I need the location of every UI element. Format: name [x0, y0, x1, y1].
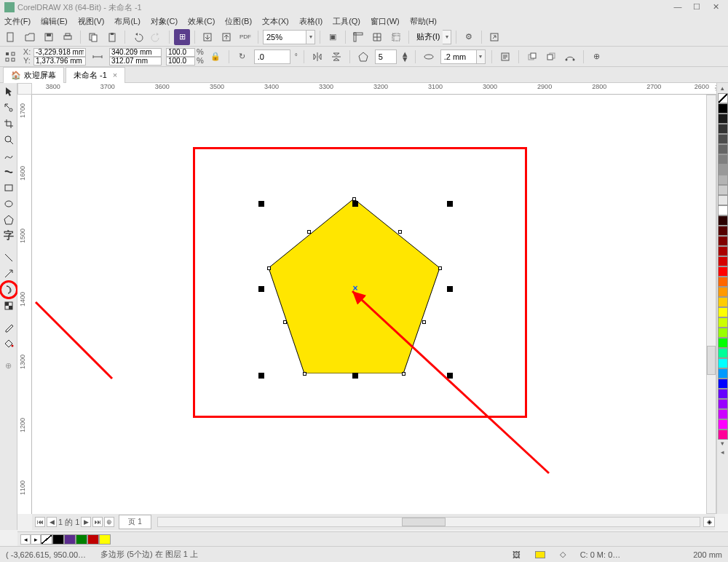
horizontal-scrollbar[interactable] [157, 517, 700, 527]
page-add[interactable]: ⊕ [104, 517, 114, 527]
drop-shadow-tool[interactable] [1, 282, 16, 297]
transparency-tool[interactable] [1, 298, 16, 313]
selection-handle-bm[interactable] [352, 373, 358, 379]
polygon-edge-node[interactable] [307, 230, 311, 234]
mirror-h-icon[interactable] [310, 50, 325, 64]
close-button[interactable]: ✕ [708, 2, 724, 12]
palette-swatch[interactable] [718, 348, 728, 358]
menu-edit[interactable]: 编辑(E) [41, 16, 68, 27]
polygon-tool[interactable] [1, 213, 16, 227]
zoom-dropdown[interactable]: ▾ [306, 30, 315, 44]
vertical-ruler[interactable]: 1700 1600 1500 1400 1300 1200 1100 [17, 95, 32, 514]
page-prev[interactable]: ◀ [47, 517, 57, 527]
menu-table[interactable]: 表格(I) [299, 16, 323, 27]
palette-swatch[interactable] [718, 144, 728, 154]
palette-swatch[interactable] [718, 409, 728, 419]
dimension-tool[interactable] [1, 250, 16, 265]
launch-button[interactable] [486, 29, 502, 45]
palette-swatch[interactable] [718, 430, 728, 440]
polygon-node[interactable] [267, 266, 271, 270]
sides-down[interactable]: ▼ [401, 57, 409, 62]
palette-swatch[interactable] [718, 338, 728, 348]
polygon-node[interactable] [303, 372, 306, 376]
maximize-button[interactable]: ☐ [689, 2, 705, 12]
palette-swatch[interactable] [718, 389, 728, 399]
redo-button[interactable] [149, 29, 165, 45]
paste-button[interactable] [104, 29, 120, 45]
quick-customize-toolbox[interactable]: ⊕ [1, 358, 16, 373]
menu-layout[interactable]: 布局(L) [114, 16, 140, 27]
palette-swatch[interactable] [718, 399, 728, 409]
to-back-icon[interactable] [544, 50, 558, 64]
freehand-tool[interactable] [1, 149, 16, 163]
palette-swatch[interactable] [718, 236, 728, 246]
palette-swatch[interactable] [718, 114, 728, 124]
eyedropper-tool[interactable] [1, 320, 16, 335]
export-button[interactable] [218, 29, 234, 45]
publish-pdf-button[interactable]: PDF [237, 29, 253, 45]
palette-swatch[interactable] [718, 307, 728, 317]
width-input[interactable] [109, 48, 162, 57]
selection-handle-bl[interactable] [258, 373, 264, 379]
menu-object[interactable]: 对象(C) [151, 16, 178, 27]
palette-swatch[interactable] [718, 195, 728, 205]
pick-tool[interactable] [1, 84, 16, 99]
shape-tool[interactable] [1, 100, 16, 115]
polygon-node[interactable] [402, 372, 405, 376]
palette-swatch[interactable] [718, 185, 728, 195]
selection-handle-ml[interactable] [258, 286, 264, 292]
selection-center[interactable]: × [352, 285, 358, 291]
show-rulers-button[interactable] [350, 29, 366, 45]
new-button[interactable] [3, 29, 19, 45]
polygon-edge-node[interactable] [398, 230, 402, 234]
zoom-tool[interactable] [1, 132, 16, 147]
height-input[interactable] [109, 57, 162, 66]
horizontal-ruler[interactable]: 3800 3700 3600 3500 3400 3300 3200 3100 … [32, 83, 715, 95]
vertical-scrollbar-thumb[interactable] [707, 346, 716, 375]
palette-swatch[interactable] [718, 175, 728, 185]
outline-width-input[interactable] [440, 50, 477, 64]
menu-file[interactable]: 文件(F) [4, 16, 31, 27]
palette-swatch[interactable] [718, 103, 728, 114]
doc-palette-swatch[interactable] [76, 534, 87, 545]
palette-scroll-up[interactable]: ▴ [718, 84, 728, 93]
minimize-button[interactable]: — [670, 2, 686, 12]
palette-swatch[interactable] [718, 154, 728, 165]
artistic-media-tool[interactable] [1, 165, 16, 179]
selection-handle-tm[interactable] [352, 201, 358, 207]
to-front-icon[interactable] [525, 50, 539, 64]
doc-swatch-none[interactable] [41, 534, 52, 545]
x-input[interactable] [33, 48, 86, 57]
page-tab-1[interactable]: 页 1 [119, 515, 151, 529]
polygon-edge-node[interactable] [422, 320, 426, 324]
palette-swatch[interactable] [718, 215, 728, 226]
show-guides-button[interactable] [388, 29, 404, 45]
polygon-node[interactable] [438, 266, 442, 270]
lock-ratio-icon[interactable]: 🔒 [208, 50, 223, 64]
palette-swatch-none[interactable] [718, 93, 728, 103]
page-first[interactable]: ⏮ [35, 517, 45, 527]
horizontal-scrollbar-thumb[interactable] [402, 518, 446, 526]
palette-swatch[interactable] [718, 328, 728, 338]
palette-swatch[interactable] [718, 297, 728, 307]
page-last[interactable]: ⏭ [92, 517, 103, 527]
palette-swatch[interactable] [718, 266, 728, 277]
show-grid-button[interactable] [369, 29, 385, 45]
open-button[interactable] [22, 29, 38, 45]
palette-swatch[interactable] [718, 277, 728, 287]
palette-swatch[interactable] [718, 226, 728, 236]
navigator-button[interactable]: ◈ [703, 517, 715, 527]
mirror-v-icon[interactable] [329, 50, 344, 64]
menu-tools[interactable]: 工具(Q) [333, 16, 360, 27]
palette-swatch[interactable] [718, 419, 728, 430]
selection-handle-tr[interactable] [447, 201, 453, 207]
palette-swatch[interactable] [718, 246, 728, 256]
quick-customize-icon[interactable]: ⊕ [590, 50, 604, 64]
menu-window[interactable]: 窗口(W) [371, 16, 400, 27]
palette-swatch[interactable] [718, 165, 728, 175]
canvas[interactable]: × [32, 95, 715, 514]
polygon-node[interactable] [352, 197, 356, 201]
palette-swatch[interactable] [718, 205, 728, 215]
doc-palette-swatch[interactable] [64, 534, 76, 545]
scale-x-input[interactable] [166, 48, 195, 57]
